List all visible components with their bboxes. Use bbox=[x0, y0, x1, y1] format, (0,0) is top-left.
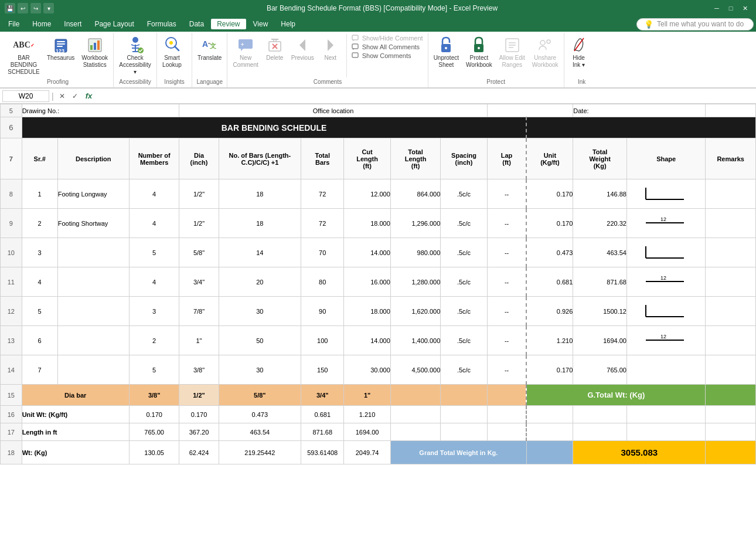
tell-me-input[interactable]: 💡 Tell me what you want to do bbox=[636, 18, 754, 30]
office-location-cell[interactable]: Office location bbox=[179, 104, 487, 117]
num-members-cell[interactable]: 5 bbox=[129, 355, 179, 385]
dia-bar-val3[interactable]: 5/8" bbox=[219, 385, 301, 406]
num-bars-cell[interactable]: 14 bbox=[219, 238, 301, 267]
customize-icon[interactable]: ▾ bbox=[43, 3, 54, 13]
lap-cell[interactable]: -- bbox=[487, 326, 526, 355]
total-weight-cell[interactable]: 463.54 bbox=[573, 238, 627, 267]
spacing-cell[interactable]: .5c/c bbox=[441, 297, 487, 326]
spelling-button[interactable]: ABC✓ BAR BENDING SCHEDULE bbox=[5, 34, 43, 77]
num-bars-cell[interactable]: 20 bbox=[219, 267, 301, 297]
unit-wt-val2[interactable]: 0.170 bbox=[179, 406, 219, 423]
total-weight-cell[interactable]: 146.88 bbox=[573, 179, 627, 209]
description-cell[interactable] bbox=[57, 297, 129, 326]
cut-length-cell[interactable]: 16.000 bbox=[344, 267, 390, 297]
remarks-cell[interactable] bbox=[706, 297, 756, 326]
num-bars-cell[interactable]: 18 bbox=[219, 179, 301, 209]
unit-wt-val3[interactable]: 0.473 bbox=[219, 406, 301, 423]
check-accessibility-button[interactable]: CheckAccessibility ▾ bbox=[116, 34, 154, 77]
total-length-cell[interactable]: 1,620.000 bbox=[390, 297, 441, 326]
remarks-cell[interactable] bbox=[706, 238, 756, 267]
unshare-workbook-button[interactable]: UnshareWorkbook bbox=[529, 34, 561, 70]
description-cell[interactable]: Footing Shortway bbox=[57, 209, 129, 238]
sr-no-cell[interactable]: 4 bbox=[22, 267, 57, 297]
sr-no-cell[interactable]: 3 bbox=[22, 238, 57, 267]
unit-cell[interactable]: 0.473 bbox=[526, 238, 573, 267]
total-weight-cell[interactable]: 871.68 bbox=[573, 267, 627, 297]
num-members-cell[interactable]: 3 bbox=[129, 297, 179, 326]
protect-workbook-button[interactable]: ProtectWorkbook bbox=[463, 34, 495, 70]
menu-review[interactable]: Review bbox=[211, 19, 246, 29]
menu-home[interactable]: Home bbox=[26, 19, 57, 29]
num-bars-cell[interactable]: 18 bbox=[219, 209, 301, 238]
unit-cell[interactable]: 0.170 bbox=[526, 179, 573, 209]
unit-cell[interactable]: 0.170 bbox=[526, 355, 573, 385]
description-cell[interactable] bbox=[57, 355, 129, 385]
show-hide-comment-button[interactable]: Show/Hide Comment bbox=[349, 34, 425, 42]
dia-bar-val1[interactable]: 3/8" bbox=[129, 385, 179, 406]
cut-length-cell[interactable]: 14.000 bbox=[344, 238, 390, 267]
description-cell[interactable] bbox=[57, 267, 129, 297]
dia-cell[interactable]: 3/8" bbox=[179, 355, 219, 385]
total-weight-cell[interactable]: 1500.12 bbox=[573, 297, 627, 326]
dia-bar-val2[interactable]: 1/2" bbox=[179, 385, 219, 406]
shape-cell[interactable] bbox=[626, 238, 705, 267]
dia-cell[interactable]: 1/2" bbox=[179, 179, 219, 209]
hide-ink-button[interactable]: HideInk ▾ bbox=[567, 34, 591, 70]
lap-cell[interactable]: -- bbox=[487, 209, 526, 238]
cell-reference-input[interactable]: W20 bbox=[2, 90, 49, 102]
sr-no-cell[interactable]: 5 bbox=[22, 297, 57, 326]
total-length-cell[interactable]: 1,280.000 bbox=[390, 267, 441, 297]
formula-cancel-button[interactable]: ✕ bbox=[56, 90, 68, 102]
total-length-cell[interactable]: 864.000 bbox=[390, 179, 441, 209]
quick-access-toolbar[interactable]: 💾 ↩ ↪ ▾ bbox=[5, 3, 54, 13]
redo-icon[interactable]: ↪ bbox=[30, 3, 41, 13]
allow-edit-ranges-button[interactable]: Allow EditRanges bbox=[496, 34, 528, 70]
menu-formulas[interactable]: Formulas bbox=[141, 19, 182, 29]
description-cell[interactable] bbox=[57, 326, 129, 355]
total-bars-cell[interactable]: 72 bbox=[301, 209, 344, 238]
remarks-cell[interactable] bbox=[706, 326, 756, 355]
thesaurus-button[interactable]: 123 Thesaurus bbox=[44, 34, 77, 63]
spacing-cell[interactable]: .5c/c bbox=[441, 238, 487, 267]
total-bars-cell[interactable]: 70 bbox=[301, 238, 344, 267]
unit-wt-val4[interactable]: 0.681 bbox=[301, 406, 344, 423]
formula-confirm-button[interactable]: ✓ bbox=[69, 90, 81, 102]
menu-page-layout[interactable]: Page Layout bbox=[88, 19, 139, 29]
spacing-cell[interactable]: .5c/c bbox=[441, 326, 487, 355]
spacing-cell[interactable]: .5c/c bbox=[441, 209, 487, 238]
length-ft-val5[interactable]: 1694.00 bbox=[344, 423, 390, 441]
shape-cell[interactable]: 12 bbox=[626, 326, 705, 355]
wt-kg-val5[interactable]: 2049.74 bbox=[344, 441, 390, 464]
dia-bar-val5[interactable]: 1" bbox=[344, 385, 390, 406]
remarks-cell[interactable] bbox=[706, 179, 756, 209]
num-members-cell[interactable]: 5 bbox=[129, 238, 179, 267]
undo-icon[interactable]: ↩ bbox=[18, 3, 28, 13]
wt-kg-val1[interactable]: 130.05 bbox=[129, 441, 179, 464]
date-label[interactable]: Date: bbox=[573, 104, 706, 117]
sr-no-cell[interactable]: 2 bbox=[22, 209, 57, 238]
formula-function-icon[interactable]: fx bbox=[83, 91, 95, 100]
length-ft-val3[interactable]: 463.54 bbox=[219, 423, 301, 441]
remarks-cell[interactable] bbox=[706, 355, 756, 385]
previous-comment-button[interactable]: Previous bbox=[288, 34, 317, 77]
remarks-cell[interactable] bbox=[706, 267, 756, 297]
total-bars-cell[interactable]: 72 bbox=[301, 179, 344, 209]
delete-comment-button[interactable]: Delete bbox=[263, 34, 287, 77]
unit-cell[interactable]: 1.210 bbox=[526, 326, 573, 355]
dia-cell[interactable]: 7/8" bbox=[179, 297, 219, 326]
lap-cell[interactable]: -- bbox=[487, 179, 526, 209]
formula-input[interactable] bbox=[97, 91, 754, 101]
dia-cell[interactable]: 1/2" bbox=[179, 209, 219, 238]
window-controls[interactable]: ─ □ ✕ bbox=[710, 3, 751, 13]
length-ft-val2[interactable]: 367.20 bbox=[179, 423, 219, 441]
menu-insert[interactable]: Insert bbox=[58, 19, 87, 29]
num-bars-cell[interactable]: 30 bbox=[219, 355, 301, 385]
dia-cell[interactable]: 1" bbox=[179, 326, 219, 355]
num-bars-cell[interactable]: 50 bbox=[219, 326, 301, 355]
description-cell[interactable]: Footing Longway bbox=[57, 179, 129, 209]
unit-wt-val1[interactable]: 0.170 bbox=[129, 406, 179, 423]
shape-cell[interactable] bbox=[626, 355, 705, 385]
menu-data[interactable]: Data bbox=[183, 19, 210, 29]
new-comment-button[interactable]: + NewComment bbox=[230, 34, 261, 77]
smart-lookup-button[interactable]: SmartLookup bbox=[159, 34, 185, 70]
